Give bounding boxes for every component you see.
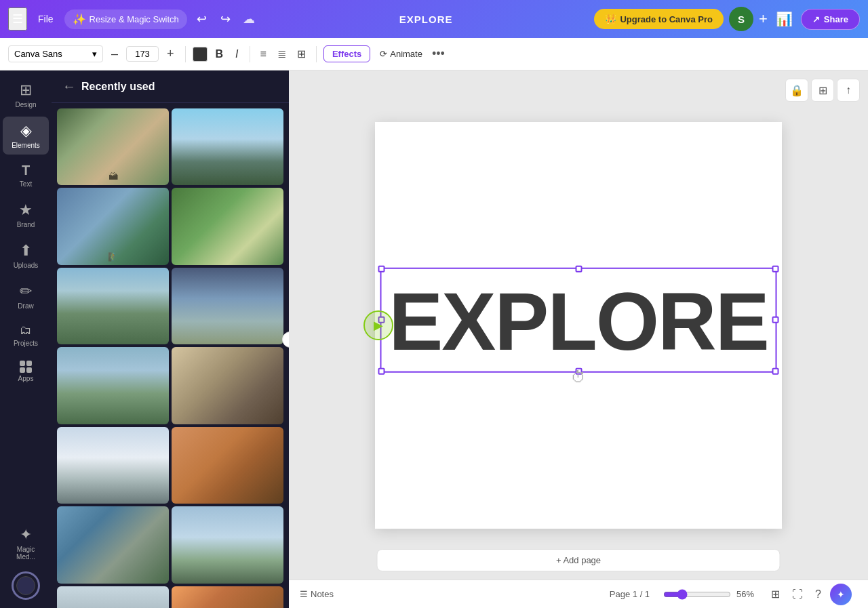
magic-bottom-button[interactable]: ✦ <box>830 584 852 605</box>
share-icon: ↗ <box>812 14 820 24</box>
magic-media-icon: ✦ <box>20 526 32 544</box>
sidebar-item-label-draw: Draw <box>18 302 33 310</box>
font-size-input[interactable] <box>126 46 159 62</box>
share-button[interactable]: ↗ Share <box>801 9 860 30</box>
handle-bottom-right[interactable] <box>772 367 779 374</box>
text-icon: T <box>22 163 30 178</box>
handle-top-right[interactable] <box>772 265 779 272</box>
user-avatar[interactable]: S <box>729 7 753 31</box>
redo-button[interactable]: ↪ <box>216 9 235 29</box>
align-list-button[interactable]: ≣ <box>274 45 290 62</box>
sidebar-item-uploads[interactable]: ⬆ Uploads <box>3 237 49 275</box>
text-color-swatch[interactable] <box>193 47 208 62</box>
recently-used-panel: ← Recently used <box>52 70 289 608</box>
list-item[interactable] <box>172 268 283 344</box>
share-label: Share <box>824 14 848 24</box>
effects-button[interactable]: Effects <box>323 45 370 62</box>
list-item[interactable] <box>57 427 169 504</box>
handle-top-left[interactable] <box>378 265 385 272</box>
image-grid <box>57 108 283 608</box>
sidebar-item-text[interactable]: T Text <box>3 157 49 193</box>
handle-bottom-left[interactable] <box>378 367 385 374</box>
undo-button[interactable]: ↩ <box>193 9 211 29</box>
animate-button[interactable]: ⟳ Animate <box>374 46 428 62</box>
magic-switch-icon: ✨ <box>73 13 86 26</box>
crown-icon: 👑 <box>605 14 616 24</box>
top-center: EXPLORE <box>263 14 589 25</box>
panel-content[interactable] <box>52 103 289 608</box>
toolbar-divider-1 <box>185 46 186 62</box>
file-menu[interactable]: File <box>33 11 59 27</box>
list-item[interactable] <box>172 347 283 424</box>
font-dropdown-icon: ▾ <box>92 49 97 59</box>
list-item[interactable] <box>57 188 169 264</box>
analytics-button[interactable]: 📊 <box>773 8 795 30</box>
align-left-button[interactable]: ≡ <box>257 46 270 62</box>
handle-top-middle[interactable] <box>575 265 582 272</box>
hamburger-menu[interactable]: ☰ <box>8 7 27 31</box>
design-icon: ⊞ <box>20 81 32 99</box>
canvas-wrapper: ✦ Magic Write ⧉ 🗑 ••• <box>289 70 868 580</box>
more-options-button[interactable]: ••• <box>432 47 445 61</box>
list-item[interactable] <box>57 586 169 608</box>
align-more-button[interactable]: ⊞ <box>294 45 309 62</box>
left-sidebar: ⊞ Design ◈ Elements T Text ★ Brand ⬆ Upl… <box>0 70 52 608</box>
list-item[interactable] <box>57 506 169 583</box>
main-area: ⊞ Design ◈ Elements T Text ★ Brand ⬆ Upl… <box>0 70 868 608</box>
add-page-button[interactable]: + Add page <box>377 549 781 571</box>
page-indicator: Page 1 / 1 <box>610 589 650 599</box>
page-canvas[interactable]: ▶ EXPLORE ⏱ <box>375 122 782 529</box>
sidebar-item-projects[interactable]: 🗂 Projects <box>3 318 49 352</box>
sidebar-item-label-uploads: Uploads <box>14 262 39 269</box>
list-item[interactable] <box>172 108 283 185</box>
sidebar-item-draw[interactable]: ✏ Draw <box>3 277 49 315</box>
upgrade-label: Upgrade to Canva Pro <box>620 14 713 24</box>
list-item[interactable] <box>172 427 283 504</box>
view-toggle-button[interactable]: ⊞ <box>768 586 783 603</box>
sidebar-item-label-text: Text <box>20 180 32 188</box>
uploads-icon: ⬆ <box>20 242 32 260</box>
font-size-increase[interactable]: + <box>163 45 178 62</box>
notes-icon: ☰ <box>300 589 308 599</box>
sidebar-item-apps[interactable]: Apps <box>3 355 49 388</box>
font-selector[interactable]: Canva Sans ▾ <box>8 45 103 62</box>
italic-button[interactable]: I <box>231 46 242 62</box>
save-cloud-icon: ☁ <box>243 12 255 26</box>
bottom-bar: ☰ Notes Page 1 / 1 56% ⊞ ⛶ ? ✦ <box>289 580 868 608</box>
apps-icon <box>20 361 32 373</box>
font-size-decrease[interactable]: – <box>107 45 122 62</box>
help-button[interactable]: ? <box>812 586 825 603</box>
notes-button[interactable]: ☰ Notes <box>300 589 334 599</box>
panel-title: Recently used <box>81 81 155 93</box>
upgrade-button[interactable]: 👑 Upgrade to Canva Pro <box>594 9 724 29</box>
font-name: Canva Sans <box>14 49 62 59</box>
animate-icon: ⟳ <box>380 49 387 59</box>
add-team-button[interactable]: + <box>759 10 768 28</box>
panel-back-button[interactable]: ← <box>62 79 76 94</box>
canvas-area: 🔒 ⊞ ↑ ✦ Magic Write ⧉ 🗑 ••• <box>289 70 868 608</box>
sidebar-item-design[interactable]: ⊞ Design <box>3 76 49 114</box>
canvas-text-element[interactable]: EXPLORE <box>382 281 775 362</box>
list-item[interactable] <box>57 347 169 424</box>
formatting-toolbar: Canva Sans ▾ – + B I ≡ ≣ ⊞ Effects ⟳ Ani… <box>0 38 868 70</box>
record-button[interactable] <box>12 571 40 600</box>
sidebar-item-label-magic-media: Magic Med... <box>7 546 45 561</box>
animate-label: Animate <box>390 49 422 59</box>
draw-icon: ✏ <box>20 283 32 300</box>
sidebar-item-elements[interactable]: ◈ Elements <box>3 117 49 155</box>
record-inner <box>16 576 35 595</box>
list-item[interactable] <box>172 506 283 583</box>
list-item[interactable] <box>57 108 169 185</box>
bold-button[interactable]: B <box>212 46 228 62</box>
list-item[interactable] <box>57 268 169 344</box>
magic-switch-label: Resize & Magic Switch <box>90 14 179 24</box>
sidebar-item-brand[interactable]: ★ Brand <box>3 196 49 234</box>
sidebar-item-magic-media[interactable]: ✦ Magic Med... <box>3 521 49 566</box>
magic-switch-button[interactable]: ✨ Resize & Magic Switch <box>64 9 187 29</box>
zoom-slider-container: 56% <box>663 589 762 600</box>
zoom-slider[interactable] <box>663 589 731 600</box>
list-item[interactable] <box>172 586 283 608</box>
list-item[interactable] <box>172 188 283 264</box>
sidebar-item-label-apps: Apps <box>18 375 34 382</box>
fullscreen-button[interactable]: ⛶ <box>789 586 806 603</box>
